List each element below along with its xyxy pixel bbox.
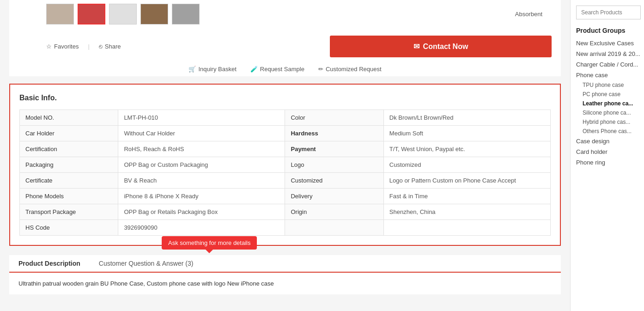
table-row: Certification RoHS, Reach & RoHS Payment… [20, 141, 551, 157]
field-value: iPhone 8 & iPhone X Ready [118, 189, 285, 204]
sidebar-sub-item-label: Others Phone cas... [583, 128, 632, 134]
field-label [285, 220, 383, 236]
sidebar-item-case-design[interactable]: Case design [576, 136, 644, 146]
field-label: Car Holder [20, 126, 118, 141]
field-value: OPP Bag or Retails Packaging Box [118, 204, 285, 220]
sidebar-item-new-arrival[interactable]: New arrival 2019 & 20... [576, 49, 644, 59]
sidebar-item-label: Card holder [576, 148, 608, 155]
sidebar-item-charger-cable[interactable]: Charger Cable / Cord... [576, 59, 644, 70]
search-products-input[interactable] [576, 6, 641, 19]
contact-now-button[interactable]: ✉ Contact Now [330, 36, 552, 57]
sub-actions: 🛒 Inquiry Basket 🧪 Request Sample ✏ Cust… [9, 62, 561, 76]
sidebar-section-title: Product Groups [576, 27, 644, 34]
sidebar-item-new-exclusive-cases[interactable]: New Exclusive Cases [576, 38, 644, 49]
field-label: Color [285, 110, 383, 126]
customized-request-label: Customized Request [326, 66, 382, 73]
info-table: Model NO. LMT-PH-010 Color Dk Brown/Lt B… [19, 110, 551, 236]
sidebar-sub-item-label: TPU phone case [583, 82, 624, 88]
field-label: Transport Package [20, 204, 118, 220]
field-value: 3926909090 [118, 220, 285, 236]
star-icon: ☆ [46, 43, 52, 50]
field-value: Medium Soft [383, 126, 550, 141]
field-label: Phone Models [20, 189, 118, 204]
field-label: Certification [20, 141, 118, 157]
sidebar-item-label: New Exclusive Cases [576, 40, 634, 47]
thumbnail-5[interactable] [172, 4, 200, 24]
field-label: Certificate [20, 173, 118, 189]
share-label: Share [105, 43, 121, 50]
thumbnail-4[interactable] [140, 4, 168, 24]
sidebar-sub-item-silicone[interactable]: Silicone phone ca... [576, 108, 644, 117]
tabs-row: Product Description Customer Question & … [9, 255, 561, 273]
main-content: Absorbent ☆ Favorites | ⎋ Share ✉ Contac… [0, 0, 570, 311]
thumbnail-1[interactable] [46, 4, 74, 24]
tab-customer-qa-label: Customer Question & Answer (3) [99, 260, 194, 267]
thumbnail-3[interactable] [109, 4, 137, 24]
envelope-icon: ✉ [413, 42, 419, 51]
favorites-button[interactable]: ☆ Favorites [46, 43, 79, 50]
field-label: HS Code [20, 220, 118, 236]
sidebar-item-phone-ring[interactable]: Phone ring [576, 157, 644, 168]
basket-icon: 🛒 [188, 66, 196, 73]
tab-product-description[interactable]: Product Description [9, 255, 90, 273]
field-value: Customized [383, 157, 550, 173]
sidebar-sub-item-label: Hybrid phone cas... [583, 119, 630, 125]
field-value: RoHS, Reach & RoHS [118, 141, 285, 157]
table-row: Transport Package OPP Bag or Retails Pac… [20, 204, 551, 220]
action-bar: ☆ Favorites | ⎋ Share ✉ Contact Now [9, 30, 561, 62]
field-value: OPP Bag or Custom Packaging [118, 157, 285, 173]
sidebar: Product Groups New Exclusive Cases New a… [570, 0, 644, 311]
field-value: Dk Brown/Lt Brown/Red [383, 110, 550, 126]
share-icon: ⎋ [99, 43, 103, 50]
contact-now-wrapper: ✉ Contact Now [330, 36, 561, 57]
sidebar-item-phone-case[interactable]: Phone case [576, 70, 644, 80]
divider-bar: | [88, 43, 89, 50]
request-sample-link[interactable]: 🧪 Request Sample [250, 66, 304, 73]
inquiry-basket-link[interactable]: 🛒 Inquiry Basket [188, 66, 236, 73]
sidebar-item-card-holder[interactable]: Card holder [576, 146, 644, 157]
field-value: Shenzhen, China [383, 204, 550, 220]
basic-info-section: Basic Info. Model NO. LMT-PH-010 Color D… [9, 84, 561, 246]
field-value [383, 220, 550, 236]
field-label: Delivery [285, 189, 383, 204]
sidebar-sub-item-label: PC phone case [583, 91, 620, 98]
share-button[interactable]: ⎋ Share [99, 43, 121, 50]
table-row: Certificate BV & Reach Customized Logo o… [20, 173, 551, 189]
tooltip-container: Ask something for more details [162, 236, 257, 253]
sample-icon: 🧪 [250, 66, 258, 73]
thumbnails-row: Absorbent [9, 0, 561, 30]
customized-request-link[interactable]: ✏ Customized Request [318, 66, 382, 73]
request-sample-label: Request Sample [260, 66, 304, 73]
sidebar-sub-item-hybrid[interactable]: Hybrid phone cas... [576, 117, 644, 127]
sidebar-sub-item-tpu[interactable]: TPU phone case [576, 80, 644, 90]
contact-now-label: Contact Now [423, 43, 468, 51]
field-label: Packaging [20, 157, 118, 173]
sidebar-item-label: Charger Cable / Cord... [576, 61, 638, 68]
customized-icon: ✏ [318, 66, 323, 73]
favorites-label: Favorites [54, 43, 79, 50]
field-label: Logo [285, 157, 383, 173]
thumbnail-2[interactable] [78, 4, 105, 24]
field-value: T/T, West Union, Paypal etc. [383, 141, 550, 157]
page-wrapper: Absorbent ☆ Favorites | ⎋ Share ✉ Contac… [0, 0, 644, 311]
field-value: Logo or Pattern Custom on Phone Case Acc… [383, 173, 550, 189]
sidebar-item-label: New arrival 2019 & 20... [576, 50, 640, 57]
field-label: Model NO. [20, 110, 118, 126]
sidebar-sub-item-label: Leather phone ca... [583, 100, 633, 107]
sidebar-sub-item-others[interactable]: Others Phone cas... [576, 127, 644, 136]
field-label: Customized [285, 173, 383, 189]
table-row: Model NO. LMT-PH-010 Color Dk Brown/Lt B… [20, 110, 551, 126]
table-row: Packaging OPP Bag or Custom Packaging Lo… [20, 157, 551, 173]
tab-product-description-label: Product Description [18, 260, 80, 267]
field-label: Payment [285, 141, 383, 157]
field-label: Origin [285, 204, 383, 220]
tab-customer-qa[interactable]: Customer Question & Answer (3) [90, 255, 203, 273]
sidebar-item-label: Phone ring [576, 159, 605, 166]
sidebar-sub-item-label: Silicone phone ca... [583, 110, 631, 116]
sidebar-sub-item-leather[interactable]: Leather phone ca... [576, 99, 644, 108]
tooltip-bubble: Ask something for more details [162, 236, 257, 250]
table-row: HS Code 3926909090 [20, 220, 551, 236]
sidebar-sub-item-pc[interactable]: PC phone case [576, 90, 644, 99]
basic-info-title: Basic Info. [19, 94, 551, 102]
field-value: BV & Reach [118, 173, 285, 189]
